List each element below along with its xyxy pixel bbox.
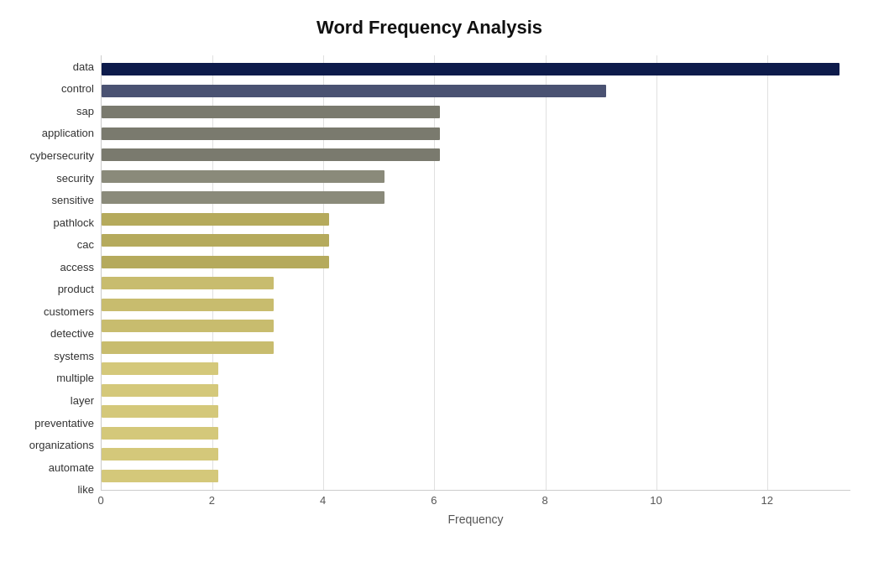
bar-row-security (102, 166, 850, 188)
bar-control (102, 85, 606, 97)
x-tick-6: 6 (426, 494, 442, 507)
y-label-product: product (58, 284, 94, 294)
bar-application (102, 127, 440, 140)
bar-row-preventative (102, 401, 850, 423)
bar-row-automate (102, 444, 850, 466)
x-tick-8: 8 (536, 494, 553, 507)
bar-systems (102, 341, 274, 354)
bar-organizations (102, 427, 218, 440)
x-tick-10: 10 (647, 494, 664, 507)
bar-cac (102, 234, 329, 247)
bar-layer (102, 384, 218, 397)
bar-data (102, 63, 840, 75)
bar-multiple (102, 362, 218, 375)
x-tick-0: 0 (92, 494, 109, 507)
bar-detective (102, 320, 274, 332)
y-labels: datacontrolsapapplicationcybersecurityse… (8, 55, 101, 526)
bar-row-application (102, 123, 850, 145)
y-label-multiple: multiple (56, 372, 94, 383)
bar-row-sensitive (102, 187, 850, 209)
bar-like (102, 470, 218, 482)
bar-row-layer (102, 380, 850, 402)
y-label-application: application (42, 127, 94, 138)
bars-area (101, 55, 850, 491)
y-label-customers: customers (44, 306, 94, 317)
bar-row-control (102, 81, 850, 102)
y-label-preventative: preventative (34, 418, 94, 429)
y-label-systems: systems (54, 351, 94, 362)
bar-preventative (102, 405, 218, 418)
y-label-security: security (56, 173, 94, 184)
x-tick-4: 4 (315, 494, 332, 507)
bar-pathlock (102, 213, 329, 226)
x-tick-2: 2 (203, 494, 220, 507)
chart-area: datacontrolsapapplicationcybersecurityse… (8, 55, 850, 526)
x-tick-12: 12 (759, 494, 776, 507)
y-label-pathlock: pathlock (54, 217, 94, 228)
chart-title: Word Frequency Analysis (8, 17, 850, 39)
x-axis-title: Frequency (101, 513, 850, 526)
bar-access (102, 256, 329, 268)
y-label-sensitive: sensitive (51, 195, 94, 206)
y-label-layer: layer (71, 395, 94, 406)
bars-and-xaxis: 024681012 Frequency (101, 55, 850, 526)
bar-row-cybersecurity (102, 144, 850, 166)
bar-row-cac (102, 230, 850, 252)
bar-row-pathlock (102, 209, 850, 231)
y-label-cybersecurity: cybersecurity (29, 150, 94, 161)
bar-automate (102, 448, 218, 461)
bar-row-organizations (102, 423, 850, 445)
bar-security (102, 170, 384, 183)
bar-row-product (102, 273, 850, 294)
bar-row-detective (102, 315, 850, 337)
bar-sap (102, 106, 440, 118)
x-axis-labels: 024681012 (101, 491, 850, 511)
bar-product (102, 277, 274, 289)
bar-row-customers (102, 294, 850, 316)
y-label-data: data (73, 61, 94, 72)
bar-customers (102, 299, 274, 311)
y-label-detective: detective (50, 328, 94, 339)
chart-container: Word Frequency Analysis datacontrolsapap… (0, 0, 884, 588)
y-label-control: control (61, 83, 94, 94)
bar-row-systems (102, 337, 850, 359)
y-label-cac: cac (77, 239, 94, 250)
bar-cybersecurity (102, 148, 440, 161)
bar-row-access (102, 252, 850, 273)
y-label-automate: automate (49, 462, 94, 473)
y-label-sap: sap (76, 106, 94, 117)
bar-row-multiple (102, 358, 850, 380)
bar-row-data (102, 59, 850, 81)
y-label-organizations: organizations (29, 440, 94, 450)
bars-list (102, 55, 850, 490)
bar-sensitive (102, 191, 384, 204)
y-label-access: access (60, 262, 94, 273)
bar-row-sap (102, 101, 850, 123)
bar-row-like (102, 466, 850, 487)
